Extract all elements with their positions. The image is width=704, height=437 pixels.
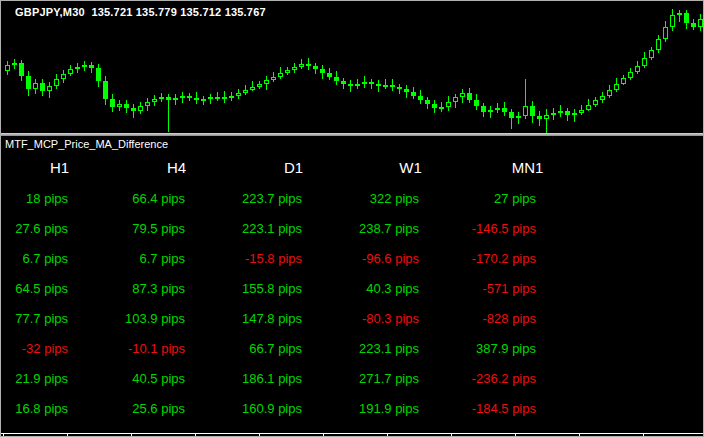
column-header-w1: W1 [352, 151, 469, 183]
candle [195, 92, 199, 104]
candle [349, 80, 353, 92]
candle [69, 65, 73, 76]
candle [629, 68, 633, 80]
candle [468, 88, 472, 103]
pip-value-cell: 191.9 pips [352, 393, 469, 423]
candle [412, 87, 416, 99]
candle [643, 52, 647, 68]
candle [307, 58, 311, 70]
indicator-subwindow: MTF_MCP_Price_MA_Difference H1 H4 D1 W1 … [1, 136, 704, 433]
candle [20, 60, 24, 81]
pip-value-cell: 77.7 pips [1, 303, 118, 333]
pip-value-cell: -146.5 pips [469, 213, 586, 243]
candle [664, 21, 668, 42]
candle [356, 79, 360, 89]
candle [139, 102, 143, 114]
candle [454, 94, 458, 108]
column-header-mn1: MN1 [469, 151, 586, 183]
pip-value-cell: -184.5 pips [469, 393, 586, 423]
pip-value-cell: 387.9 pips [469, 333, 586, 363]
candle [517, 112, 521, 124]
candle [692, 19, 696, 30]
indicator-title: MTF_MCP_Price_MA_Difference [5, 138, 168, 150]
pip-value-cell: -10.1 pips [118, 333, 235, 363]
candle [335, 71, 339, 85]
candle [587, 99, 591, 111]
candle [314, 63, 318, 74]
candle [391, 79, 395, 91]
pip-value-cell: -32 pips [1, 333, 118, 363]
pip-value-cell: 155.8 pips [235, 273, 352, 303]
pip-value-cell: 64.5 pips [1, 273, 118, 303]
candle [594, 97, 598, 107]
candle [657, 35, 661, 53]
pip-value-cell: -80.3 pips [352, 303, 469, 333]
candle [90, 62, 94, 73]
candle [300, 59, 304, 69]
candlestick-chart[interactable] [1, 1, 704, 134]
candle [146, 98, 150, 111]
candle [552, 108, 556, 120]
pip-value-cell: 186.1 pips [235, 363, 352, 393]
column-header-h1: H1 [1, 151, 118, 183]
candle [566, 108, 570, 121]
candle [496, 103, 500, 113]
candle [636, 61, 640, 74]
pip-value-cell: 16.8 pips [1, 393, 118, 423]
pip-value-cell: 21.9 pips [1, 363, 118, 393]
indicator-table: H1 H4 D1 W1 MN1 18 pips66.4 pips223.7 pi… [1, 151, 586, 423]
candle [699, 14, 703, 31]
candle [370, 79, 374, 89]
candle [524, 79, 528, 119]
candle [237, 89, 241, 99]
candle [13, 59, 17, 69]
candle [433, 100, 437, 113]
candle [97, 64, 101, 87]
candle [489, 106, 493, 118]
pip-value-cell: 27.6 pips [1, 213, 118, 243]
pip-value-cell: -170.2 pips [469, 243, 586, 273]
candle [671, 9, 675, 31]
candle [167, 94, 171, 132]
pip-value-cell: -15.8 pips [235, 243, 352, 273]
candle [622, 75, 626, 85]
pip-value-cell: 66.4 pips [118, 183, 235, 213]
candle [6, 61, 10, 75]
candle [132, 104, 136, 118]
candle [188, 93, 192, 101]
candle [678, 10, 682, 22]
candle [286, 67, 290, 75]
candle [153, 95, 157, 106]
chart-canvas[interactable]: GBPJPY,M30 135.721 135.779 135.712 135.7… [1, 1, 703, 133]
pip-value-cell: 40.3 pips [352, 273, 469, 303]
candle [279, 67, 283, 79]
candle [580, 105, 584, 115]
pip-value-cell: 147.8 pips [235, 303, 352, 333]
pip-value-cell: 223.1 pips [352, 333, 469, 363]
candle [615, 78, 619, 92]
candle [293, 63, 297, 73]
candle [531, 101, 535, 123]
pip-value-cell: 271.7 pips [352, 363, 469, 393]
candle [48, 82, 52, 98]
pip-value-cell: -571 pips [469, 273, 586, 303]
candle [202, 96, 206, 105]
column-header-d1: D1 [235, 151, 352, 183]
pip-value-cell: -236.2 pips [469, 363, 586, 393]
candle [62, 70, 66, 83]
pip-value-cell: -96.6 pips [352, 243, 469, 273]
pip-value-cell: 27 pips [469, 183, 586, 213]
time-scale[interactable] [1, 433, 704, 437]
candle [258, 81, 262, 89]
candle [538, 111, 542, 126]
candle [342, 78, 346, 89]
pip-value-cell: 18 pips [1, 183, 118, 213]
candle [76, 63, 80, 73]
candle [601, 92, 605, 103]
candle [230, 92, 234, 101]
candle [321, 65, 325, 79]
pip-value-cell: 79.5 pips [118, 213, 235, 243]
candle [545, 109, 549, 133]
candle [55, 74, 59, 89]
pip-value-cell: 238.7 pips [352, 213, 469, 243]
